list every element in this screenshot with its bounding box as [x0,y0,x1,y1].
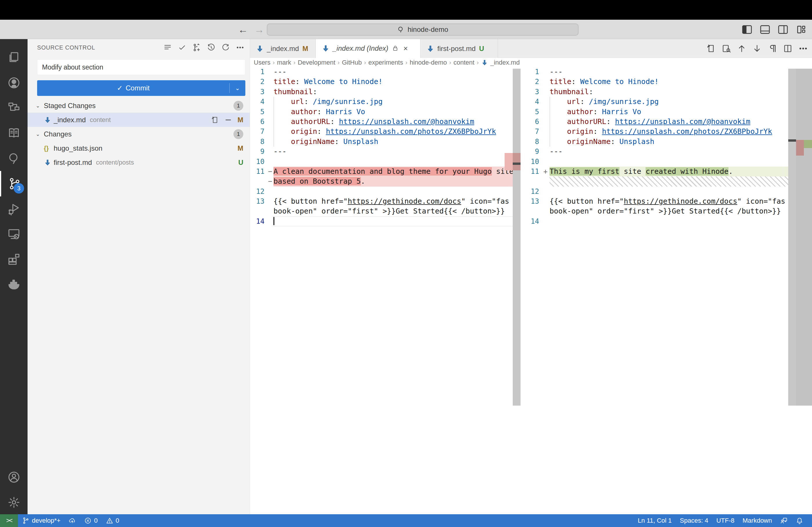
code-line[interactable]: 8 originName: Unsplash [250,137,521,147]
code-line[interactable]: −based on Bootstrap 5. [250,177,521,186]
status-warning[interactable]: 0 [102,514,123,527]
activity-item-search[interactable] [0,146,28,171]
status-utf-8[interactable]: UTF-8 [712,514,738,527]
activity-item-files[interactable] [0,45,28,71]
breadcrumb[interactable]: Users›mark›Development›GitHub›experiment… [254,58,776,67]
code-line[interactable]: 7 origin: https://unsplash.com/photos/ZX… [522,126,812,136]
toggle-panel-icon[interactable] [759,24,771,35]
more-actions-icon[interactable] [236,43,245,52]
back-button[interactable]: ← [237,23,249,36]
next-change-icon[interactable] [752,44,762,53]
breadcrumb-item[interactable]: Users [254,59,270,66]
tab--index-md[interactable]: _index.mdM [250,39,316,58]
status-cloud-upload[interactable] [64,514,80,527]
activity-item-github[interactable] [0,70,28,95]
breadcrumb-item[interactable]: Development [298,59,335,66]
split-editor-icon[interactable] [783,44,793,53]
code-line[interactable]: 9--- [250,147,521,156]
remote-indicator[interactable]: >< [0,514,18,527]
status-error[interactable]: 0 [80,514,102,527]
customize-layout-icon[interactable] [795,24,807,35]
code-line[interactable]: book-open" order="first" >}}Get Started{… [522,206,812,216]
diff-pane-modified[interactable]: 1---2title: Welcome to Hinode!3thumbnail… [522,67,812,514]
code-line[interactable]: 13{{< button href="https://gethinode.com… [250,196,521,206]
status-ln[interactable]: Ln 11, Col 1 [634,514,676,527]
breadcrumb-item[interactable]: experiments [368,59,403,66]
history-icon[interactable] [207,43,216,52]
code-line[interactable]: 10 [522,157,812,167]
previous-change-icon[interactable] [737,44,746,53]
code-line[interactable]: 4 url: /img/sunrise.jpg [250,97,521,107]
breadcrumb-item[interactable]: _index.md [490,59,520,66]
code-line[interactable]: 3thumbnail: [250,87,521,97]
status-bell[interactable] [792,514,807,527]
minimap[interactable] [796,69,812,406]
code-line[interactable]: 12 [250,186,521,196]
code-line[interactable]: 2title: Welcome to Hinode! [522,77,812,87]
left-editor-scrollbar[interactable] [513,69,521,406]
activity-item-extensions[interactable] [0,246,28,272]
scm-file-row[interactable]: _index.mdcontentM [28,113,250,127]
status-git-branch[interactable]: develop*+ [18,514,64,527]
code-line[interactable]: 6 authorURL: https://unsplash.com/@hoanv… [522,117,812,126]
code-line[interactable]: 5 author: Harris Vo [250,107,521,117]
code-line[interactable]: 8 originName: Unsplash [522,137,812,147]
code-line[interactable]: 11+This is my first site created with Hi… [522,167,812,177]
code-line[interactable]: 9--- [522,147,812,156]
activity-item-remote-explorer[interactable] [0,221,28,247]
unstage-icon[interactable] [224,116,232,124]
toggle-secondary-sidebar-icon[interactable] [777,24,789,35]
scm-group-header[interactable]: ⌄Staged Changes1 [28,99,250,113]
status-spaces[interactable]: Spaces: 4 [676,514,712,527]
commit-dropdown[interactable]: ⌄ [230,85,245,92]
tab--index-md-index-[interactable]: _index.md (Index)× [316,39,420,58]
code-line[interactable]: 4 url: /img/sunrise.jpg [522,97,812,107]
breadcrumb-item[interactable]: GitHub [342,59,362,66]
diff-pane-original[interactable]: 1---2title: Welcome to Hinode!3thumbnail… [250,67,521,514]
code-line[interactable]: 12 [522,186,812,196]
refresh-icon[interactable] [221,43,230,52]
whitespace-icon[interactable] [768,44,777,53]
commit-button[interactable]: ✓ Commit ⌄ [37,80,245,96]
open-file-icon[interactable] [211,116,219,124]
right-editor-scrollbar[interactable] [788,69,796,406]
close-icon[interactable]: × [403,44,408,53]
scm-file-row[interactable]: first-post.mdcontent/postsU [28,155,250,169]
activity-item-debug[interactable] [0,196,28,222]
more-actions-icon[interactable] [798,44,808,53]
status-markdown[interactable]: Markdown [739,514,776,527]
code-line[interactable]: 13{{< button href="https://gethinode.com… [522,196,812,206]
activity-item-source-control[interactable]: 3 [0,171,28,196]
scm-file-row[interactable]: {}hugo_stats.jsonM [28,141,250,155]
commit-message-input[interactable] [37,59,245,75]
code-line[interactable]: 7 origin: https://unsplash.com/photos/ZX… [250,126,521,136]
branch-create-icon[interactable] [192,43,201,52]
activity-item-book[interactable] [0,121,28,146]
commit-check-icon[interactable] [178,43,187,52]
tab-first-post-md[interactable]: first-post.mdU [420,39,498,58]
diff-editor[interactable]: 1---2title: Welcome to Hinode!3thumbnail… [250,67,812,514]
code-line[interactable]: book-open" order="first" >}}Get Started{… [250,206,521,216]
activity-item-docker[interactable] [0,272,28,297]
breadcrumb-item[interactable]: mark [277,59,291,66]
code-line[interactable]: 14 [522,216,812,226]
breadcrumb-item[interactable]: hinode-demo [410,59,447,66]
code-line[interactable] [522,177,812,186]
code-line[interactable]: 3thumbnail: [522,87,812,97]
scm-group-header[interactable]: ⌄Changes1 [28,127,250,141]
code-line[interactable]: 11−A clean documentation and blog theme … [250,167,521,177]
activity-item-hierarchy[interactable] [0,95,28,121]
toggle-sidebar-icon[interactable] [741,24,753,35]
code-line[interactable]: 14 [250,216,521,226]
code-line[interactable]: 1--- [250,67,521,77]
open-file-icon[interactable] [706,44,716,53]
breadcrumb-item[interactable]: content [453,59,475,66]
status-feedback[interactable] [776,514,792,527]
activity-item-settings-gear[interactable] [0,490,28,515]
code-line[interactable]: 2title: Welcome to Hinode! [250,77,521,87]
command-center[interactable]: hinode-demo [267,24,579,36]
code-line[interactable]: 6 authorURL: https://unsplash.com/@hoanv… [250,117,521,126]
activity-item-account[interactable] [0,464,28,490]
code-line[interactable]: 1--- [522,67,812,77]
inline-view-icon[interactable] [722,44,731,53]
